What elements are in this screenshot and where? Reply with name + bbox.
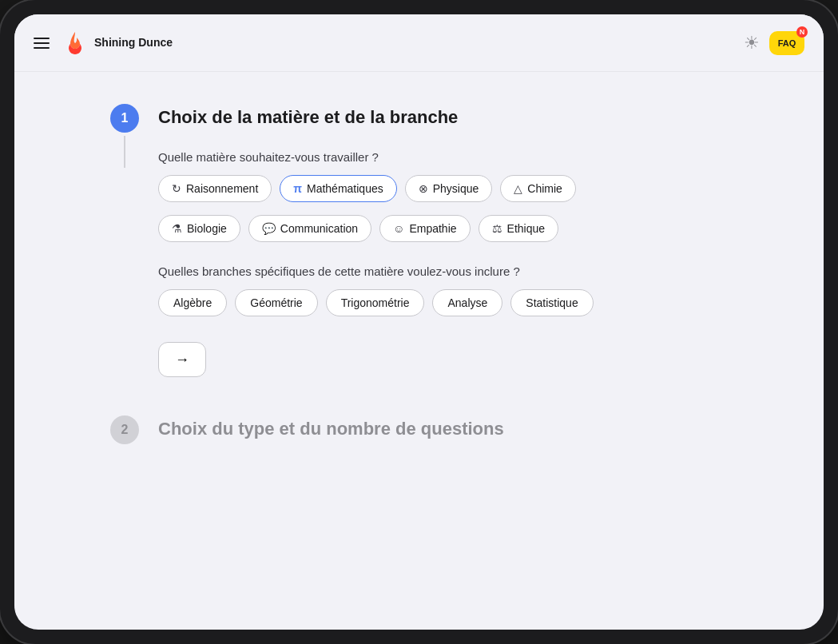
empathie-label: Empathie [409, 222, 456, 235]
branch-chip-algebre[interactable]: Algèbre [158, 289, 227, 316]
communication-icon: 💬 [262, 222, 276, 235]
mathematiques-icon: π [293, 182, 302, 195]
subjects-row-1: ↻ Raisonnement π Mathématiques ⊗ Physiqu… [158, 175, 728, 202]
physique-label: Physique [433, 182, 479, 195]
topbar: Shining Dunce ☀ FAQ [14, 14, 824, 72]
step-1-line [124, 136, 125, 168]
subject-chip-raisonnement[interactable]: ↻ Raisonnement [158, 175, 272, 202]
next-arrow-icon: → [175, 352, 189, 368]
geometrie-label: Géométrie [250, 296, 302, 309]
mathematiques-label: Mathématiques [307, 182, 383, 195]
notification-button[interactable]: FAQ [769, 31, 804, 55]
subject-chip-physique[interactable]: ⊗ Physique [405, 175, 493, 202]
analyse-label: Analyse [447, 296, 487, 309]
next-button[interactable]: → [158, 342, 206, 377]
step-1-number: 1 [110, 104, 139, 133]
raisonnement-label: Raisonnement [186, 182, 258, 195]
logo-area: Shining Dunce [62, 30, 173, 56]
chimie-icon: △ [514, 182, 522, 195]
app-title: Shining Dunce [94, 36, 173, 50]
logo-icon [62, 30, 88, 56]
subjects-row-2: ⚗ Biologie 💬 Communication ☺ Empathie [158, 215, 728, 242]
menu-button[interactable] [34, 38, 50, 49]
biologie-label: Biologie [187, 222, 227, 235]
step-2-number: 2 [110, 415, 139, 444]
branch-chip-trigonometrie[interactable]: Trigonométrie [326, 289, 425, 316]
step-1-content: Choix de la matière et de la branche Que… [158, 104, 728, 377]
chimie-label: Chimie [527, 182, 562, 195]
raisonnement-icon: ↻ [172, 182, 181, 195]
tablet-frame: Shining Dunce ☀ FAQ 1 Choix de la matièr… [0, 0, 838, 644]
step-2-content: Choix du type et du nombre de questions [158, 415, 728, 462]
subject-chip-chimie[interactable]: △ Chimie [500, 175, 576, 202]
main-content: 1 Choix de la matière et de la branche Q… [14, 72, 824, 630]
step-1: 1 Choix de la matière et de la branche Q… [110, 104, 728, 377]
tablet-screen: Shining Dunce ☀ FAQ 1 Choix de la matièr… [14, 14, 824, 630]
branch-chips: Algèbre Géométrie Trigonométrie Analyse [158, 289, 728, 316]
trigonometrie-label: Trigonométrie [341, 296, 410, 309]
ethique-icon: ⚖ [492, 222, 502, 235]
biologie-icon: ⚗ [172, 222, 182, 235]
step-2-title: Choix du type et du nombre de questions [158, 419, 728, 439]
subject-chip-empathie[interactable]: ☺ Empathie [379, 215, 470, 242]
theme-toggle[interactable]: ☀ [744, 33, 760, 54]
branch-section: Quelles branches spécifiques de cette ma… [158, 264, 728, 316]
subject-chip-biologie[interactable]: ⚗ Biologie [158, 215, 240, 242]
branch-chip-statistique[interactable]: Statistique [510, 289, 593, 316]
statistique-label: Statistique [526, 296, 578, 309]
step-1-connector: 1 [110, 104, 139, 168]
step-2: 2 Choix du type et du nombre de question… [110, 415, 728, 462]
empathie-icon: ☺ [393, 222, 404, 235]
subject-chip-mathematiques[interactable]: π Mathématiques [280, 175, 396, 202]
branch-chip-analyse[interactable]: Analyse [432, 289, 502, 316]
topbar-left: Shining Dunce [34, 30, 744, 56]
subject-chip-communication[interactable]: 💬 Communication [248, 215, 371, 242]
branch-chip-geometrie[interactable]: Géométrie [235, 289, 317, 316]
communication-label: Communication [280, 222, 358, 235]
question-1-label: Quelle matière souhaitez-vous travailler… [158, 150, 728, 164]
question-2-label: Quelles branches spécifiques de cette ma… [158, 264, 728, 278]
physique-icon: ⊗ [419, 182, 428, 195]
algebre-label: Algèbre [173, 296, 212, 309]
subject-chip-ethique[interactable]: ⚖ Ethique [479, 215, 558, 242]
topbar-right: ☀ FAQ [744, 31, 804, 55]
ethique-label: Ethique [507, 222, 545, 235]
step-1-title: Choix de la matière et de la branche [158, 107, 728, 128]
